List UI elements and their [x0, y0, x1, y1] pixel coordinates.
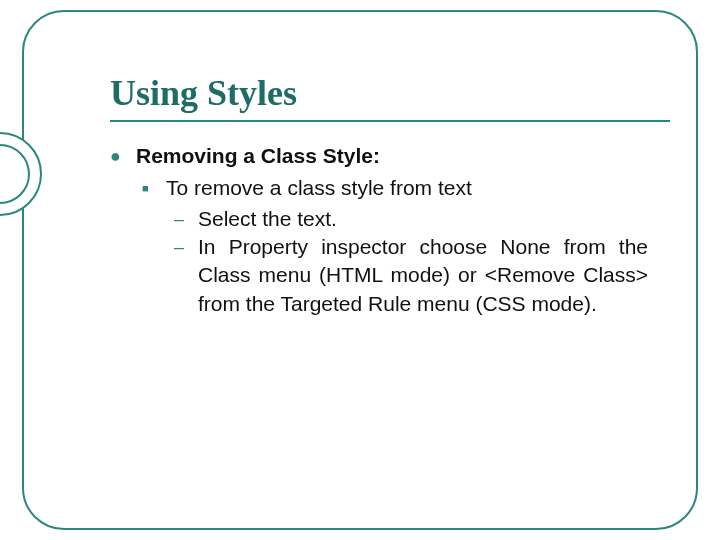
square-bullet-icon: ■: [142, 174, 166, 202]
bullet-level-3: – Select the text.: [174, 205, 670, 233]
dash-bullet-icon: –: [174, 233, 198, 318]
disc-bullet-icon: ●: [110, 142, 136, 170]
slide-content: Using Styles ● Removing a Class Style: ■…: [110, 72, 670, 318]
dash-bullet-icon: –: [174, 205, 198, 233]
bullet-level-1: ● Removing a Class Style:: [110, 142, 670, 170]
level3b-text: In Property inspector choose None from t…: [198, 233, 648, 318]
level1-text: Removing a Class Style:: [136, 142, 380, 170]
level2-text: To remove a class style from text: [166, 174, 472, 202]
level3a-text: Select the text.: [198, 205, 648, 233]
title-underline: [110, 120, 670, 122]
slide: Using Styles ● Removing a Class Style: ■…: [0, 0, 720, 540]
slide-body: ● Removing a Class Style: ■ To remove a …: [110, 142, 670, 318]
bullet-level-2: ■ To remove a class style from text: [142, 174, 670, 202]
slide-title: Using Styles: [110, 72, 670, 114]
bullet-level-3: – In Property inspector choose None from…: [174, 233, 670, 318]
